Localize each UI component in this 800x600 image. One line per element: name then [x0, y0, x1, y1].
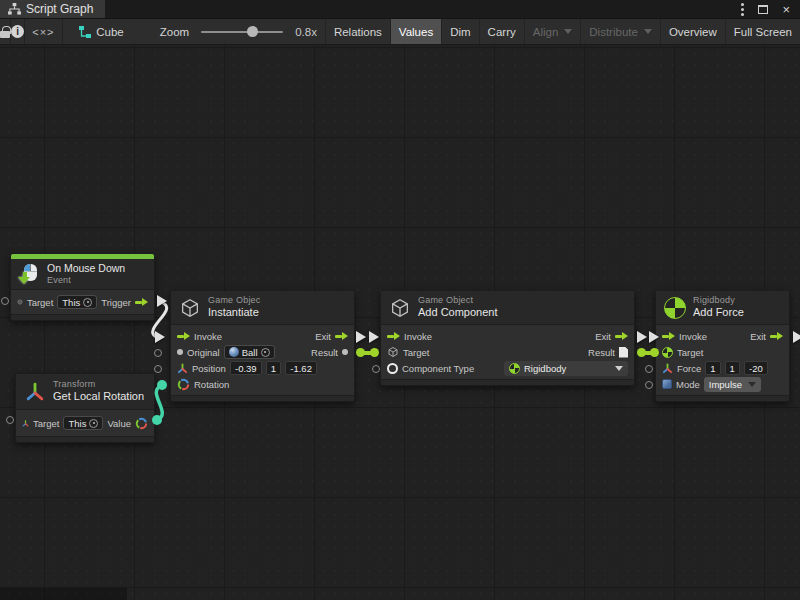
bottom-left-shade	[0, 588, 127, 600]
node-header[interactable]: Rigidbody Add Force	[656, 291, 789, 325]
align-button[interactable]: Align	[525, 19, 582, 44]
trigger-arrow-icon	[135, 298, 148, 307]
port-addforce-invoke-in[interactable]	[649, 331, 659, 343]
node-add-component[interactable]: Game Object Add Component Invoke Exit	[380, 290, 635, 386]
info-button[interactable]: i	[11, 19, 25, 44]
fullscreen-label: Full Screen	[734, 26, 792, 38]
target-this-field[interactable]: This	[63, 416, 103, 430]
invoke-arrow-icon	[387, 332, 400, 341]
object-picker-icon[interactable]	[261, 348, 270, 357]
overview-button[interactable]: Overview	[661, 19, 726, 44]
invoke-label: Invoke	[404, 331, 432, 342]
force-mode-icon	[662, 379, 672, 389]
maximize-icon[interactable]	[758, 5, 768, 14]
target-row: Target	[656, 344, 789, 360]
carry-button[interactable]: Carry	[480, 19, 525, 44]
force-row: Force 1 1 -20	[656, 360, 789, 376]
port-instantiate-result-out[interactable]	[356, 348, 365, 357]
component-type-dropdown[interactable]: Rigidbody	[504, 361, 628, 376]
zoom-slider-handle[interactable]	[247, 26, 258, 37]
original-result-row: Original Ball Result	[171, 344, 354, 360]
port-addcomponent-target-in[interactable]	[370, 348, 379, 357]
port-event-target[interactable]	[1, 297, 9, 305]
node-instantiate[interactable]: Game Objec Instantiate Invoke Exit Origi…	[170, 290, 355, 402]
vector3-icon	[177, 363, 188, 374]
port-instantiate-original[interactable]	[154, 349, 162, 357]
port-addforce-force[interactable]	[645, 365, 653, 373]
port-addcomponent-type[interactable]	[372, 365, 380, 373]
graph-tree-icon	[8, 3, 21, 15]
mode-dropdown[interactable]: Impulse	[704, 377, 761, 392]
port-instantiate-rotation-connected[interactable]	[157, 380, 167, 390]
mode-value: Impulse	[709, 379, 742, 390]
force-x-field[interactable]: 1	[705, 361, 720, 375]
original-ball-field[interactable]: Ball	[224, 345, 275, 359]
mouse-down-icon	[19, 264, 40, 284]
node-title: Instantiate	[208, 306, 261, 320]
position-y-field[interactable]: 1	[266, 361, 281, 375]
node-title: Add Force	[693, 306, 744, 320]
node-header[interactable]: Game Object Add Component	[381, 291, 634, 325]
script-graph-asset-icon	[78, 25, 92, 39]
position-x-field[interactable]: -0.39	[230, 361, 262, 375]
invoke-arrow-icon	[662, 332, 675, 341]
port-addcomponent-invoke-in[interactable]	[369, 331, 379, 343]
dim-button[interactable]: Dim	[442, 19, 479, 44]
port-addforce-exit-out[interactable]	[793, 331, 800, 343]
object-picker-icon[interactable]	[83, 298, 92, 307]
port-instantiate-exit-out[interactable]	[356, 331, 366, 343]
code-view-button[interactable]: <×>	[25, 19, 62, 44]
zoom-label: Zoom	[160, 26, 189, 38]
port-instantiate-position[interactable]	[154, 365, 162, 373]
node-type-label: Transform	[53, 379, 144, 390]
port-addforce-target-in[interactable]	[650, 348, 659, 357]
port-instantiate-invoke-in[interactable]	[155, 331, 165, 343]
graph-owner-label: Cube	[96, 26, 124, 38]
graph-canvas[interactable]: On Mouse Down Event Target This Trigger	[0, 45, 800, 600]
menu-icon[interactable]	[741, 8, 744, 11]
node-get-local-rotation[interactable]: Transform Get Local Rotation Target This	[15, 373, 155, 443]
object-picker-icon[interactable]	[89, 419, 98, 428]
port-transform-value-out[interactable]	[152, 415, 162, 425]
node-header[interactable]: Game Objec Instantiate	[171, 291, 354, 325]
target-result-row: Target Result	[381, 344, 634, 360]
values-button[interactable]: Values	[391, 19, 442, 44]
quaternion-icon	[177, 378, 190, 391]
node-subtitle: Event	[47, 275, 125, 286]
relations-button[interactable]: Relations	[325, 19, 391, 44]
port-transform-target[interactable]	[6, 416, 14, 424]
force-z-field[interactable]: -20	[744, 361, 768, 375]
node-header[interactable]: On Mouse Down Event	[11, 259, 154, 290]
align-caret-icon	[564, 29, 572, 34]
distribute-label: Distribute	[589, 26, 638, 38]
close-icon[interactable]: ×	[782, 3, 790, 16]
position-z-field[interactable]: -1.62	[285, 361, 317, 375]
node-type-label: Game Object	[418, 295, 498, 306]
overview-label: Overview	[669, 26, 717, 38]
target-label: Target	[403, 347, 429, 358]
port-dot-icon	[177, 349, 183, 355]
port-addcomponent-exit-out[interactable]	[637, 331, 647, 343]
target-this-value: This	[62, 297, 80, 308]
force-y-field[interactable]: 1	[725, 361, 740, 375]
graph-owner-button[interactable]: Cube	[66, 19, 132, 44]
fullscreen-button[interactable]: Full Screen	[726, 19, 800, 44]
rigidbody-icon	[664, 297, 686, 319]
gameobject-cube-icon	[389, 297, 411, 319]
mode-label: Mode	[676, 379, 700, 390]
component-result-icon	[619, 347, 628, 358]
node-header[interactable]: Transform Get Local Rotation	[16, 374, 154, 410]
target-this-field[interactable]: This	[57, 295, 97, 309]
distribute-button[interactable]: Distribute	[581, 19, 661, 44]
port-trigger-out[interactable]	[157, 295, 167, 307]
port-addforce-mode[interactable]	[645, 381, 653, 389]
position-label: Position	[192, 363, 226, 374]
zoom-slider[interactable]	[201, 31, 283, 33]
lock-button[interactable]	[0, 19, 11, 44]
exit-label: Exit	[595, 331, 611, 342]
exit-label: Exit	[750, 331, 766, 342]
port-addcomponent-result-out[interactable]	[637, 348, 646, 357]
node-add-force[interactable]: Rigidbody Add Force Invoke Exit Target	[655, 290, 790, 402]
node-on-mouse-down[interactable]: On Mouse Down Event Target This Trigger	[10, 253, 155, 321]
tab-script-graph[interactable]: Script Graph	[0, 0, 105, 18]
